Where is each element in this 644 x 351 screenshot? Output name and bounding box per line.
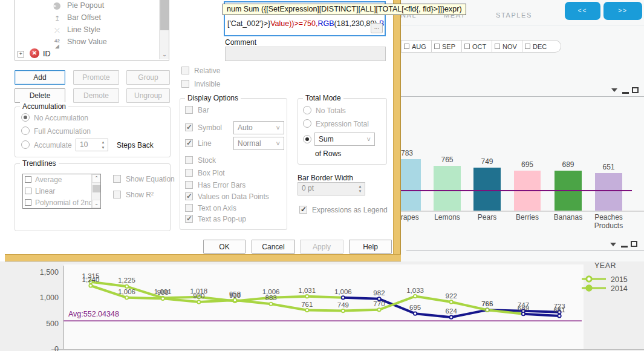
maximize-icon[interactable] xyxy=(631,241,637,247)
tree-item-line-style[interactable]: ⤫ Line Style xyxy=(15,24,169,36)
tab-staples[interactable]: STAPLES xyxy=(496,11,532,19)
steps-back-stepper[interactable]: 10 ▲ ▼ xyxy=(76,139,108,151)
box-plot-checkbox[interactable] xyxy=(185,169,193,177)
data-point[interactable] xyxy=(342,309,345,312)
scrollbar-thumb[interactable] xyxy=(160,0,169,30)
data-point[interactable] xyxy=(450,315,453,318)
expressions-as-legend-checkbox[interactable] xyxy=(299,206,307,214)
data-point[interactable] xyxy=(342,296,345,299)
bar-peaches-products[interactable] xyxy=(595,173,622,211)
total-function-dropdown[interactable]: Sum xyxy=(314,133,375,146)
group-button[interactable]: Group xyxy=(126,70,170,85)
relative-checkbox[interactable] xyxy=(181,67,189,74)
bar-lemons[interactable] xyxy=(434,166,461,211)
spin-up-icon[interactable]: ▲ xyxy=(100,140,106,145)
legend-label-2014[interactable]: 2014 xyxy=(611,284,628,293)
tree-scrollbar[interactable]: ⌄ xyxy=(159,0,169,59)
spin-up-icon[interactable]: ▲ xyxy=(357,184,363,189)
line-style-icon: ⤫ xyxy=(53,26,62,34)
trendline-average[interactable]: Average xyxy=(23,174,100,186)
month-item-aug[interactable]: AUG xyxy=(401,40,431,53)
data-point[interactable] xyxy=(305,309,308,312)
month-item-oct[interactable]: OCT xyxy=(461,40,492,53)
expression-more-button[interactable]: ... xyxy=(371,23,383,33)
promote-button[interactable]: Promote xyxy=(73,70,119,85)
expression-total-radio[interactable] xyxy=(303,119,311,128)
bar-border-width-stepper[interactable]: 0 pt ▲ ▼ xyxy=(298,182,365,195)
minimize-icon[interactable] xyxy=(622,92,629,94)
ok-button[interactable]: OK xyxy=(203,240,246,254)
scroll-down-icon[interactable]: ⌄ xyxy=(160,50,169,59)
bar-pears[interactable] xyxy=(473,168,501,211)
scroll-down-icon[interactable]: ⌄ xyxy=(92,200,101,208)
tree-item-pie-popout[interactable]: Pie Popout xyxy=(15,0,169,12)
data-point[interactable] xyxy=(486,309,489,312)
data-point[interactable] xyxy=(414,295,417,298)
delete-button[interactable]: Delete xyxy=(15,88,65,103)
no-accumulation-radio[interactable] xyxy=(21,113,30,122)
show-r2-checkbox[interactable] xyxy=(113,191,121,198)
show-equation-checkbox[interactable] xyxy=(113,175,121,183)
invisible-checkbox[interactable] xyxy=(181,80,189,88)
data-point[interactable] xyxy=(450,300,453,303)
stock-checkbox[interactable] xyxy=(185,156,193,164)
line-checkbox[interactable] xyxy=(185,139,193,147)
accumulate-radio[interactable] xyxy=(21,140,30,149)
legend-symbol-2015[interactable] xyxy=(587,277,591,281)
spin-down-icon[interactable]: ▼ xyxy=(357,189,363,194)
trendlines-scrollbar[interactable]: ⌃ ⌄ xyxy=(91,174,100,208)
trendline-linear[interactable]: Linear xyxy=(23,186,100,197)
data-point[interactable] xyxy=(414,312,417,315)
full-accumulation-radio[interactable] xyxy=(21,126,30,135)
values-on-data-points-checkbox[interactable] xyxy=(185,192,193,200)
spin-down-icon[interactable]: ▼ xyxy=(100,145,106,150)
month-item-dec[interactable]: DEC xyxy=(522,40,552,53)
tree-item-id[interactable]: ID xyxy=(43,50,51,58)
text-on-axis-checkbox[interactable] xyxy=(185,204,193,212)
data-point[interactable] xyxy=(233,298,236,301)
minimize-icon[interactable] xyxy=(621,246,628,248)
month-item-nov[interactable]: NOV xyxy=(492,40,522,53)
data-point[interactable] xyxy=(161,297,164,300)
maximize-icon[interactable] xyxy=(632,87,639,93)
symbol-checkbox[interactable] xyxy=(185,123,193,131)
scrollbar-thumb[interactable] xyxy=(93,185,100,192)
apply-button[interactable]: Apply xyxy=(300,240,343,254)
scroll-up-icon[interactable]: ⌃ xyxy=(92,174,101,183)
tree-item-bar-offset[interactable]: ↥ Bar Offset xyxy=(15,12,169,24)
ungroup-button[interactable]: Ungroup xyxy=(126,88,170,103)
bar-checkbox[interactable] xyxy=(185,106,193,114)
data-point[interactable] xyxy=(305,295,308,298)
has-error-bars-checkbox[interactable] xyxy=(185,181,193,189)
trendline-polynomial2[interactable]: Polynomial of 2nd d xyxy=(23,197,100,209)
add-button[interactable]: Add xyxy=(15,70,65,85)
checkbox-icon xyxy=(464,44,470,49)
legend-label-2015[interactable]: 2015 xyxy=(611,275,628,284)
demote-button[interactable]: Demote xyxy=(73,88,119,103)
help-button[interactable]: Help xyxy=(349,240,392,254)
text-as-popup-checkbox[interactable] xyxy=(185,215,193,223)
prev-button[interactable]: << xyxy=(565,2,600,20)
tree-item-show-value[interactable]: 42◢ Show Value xyxy=(15,36,169,48)
symbol-dropdown[interactable]: Auto xyxy=(233,121,284,134)
screen: NAL MEAT STAPLES << >> AUG SEP OCT NOV D… xyxy=(0,0,644,351)
data-point[interactable] xyxy=(522,312,525,315)
data-point[interactable] xyxy=(269,303,272,306)
no-totals-radio[interactable] xyxy=(303,106,311,114)
cancel-button[interactable]: Cancel xyxy=(252,240,295,254)
chart-menu-caret-icon[interactable] xyxy=(610,243,616,246)
chart-menu-caret-icon[interactable] xyxy=(611,88,617,92)
data-point[interactable] xyxy=(125,296,128,299)
month-item-sep[interactable]: SEP xyxy=(431,40,461,53)
data-point[interactable] xyxy=(197,300,200,303)
legend-symbol-2014[interactable] xyxy=(587,286,591,290)
sum-of-rows-radio[interactable] xyxy=(303,135,311,143)
data-point[interactable] xyxy=(89,284,92,287)
next-button[interactable]: >> xyxy=(603,2,642,20)
data-point[interactable] xyxy=(377,308,380,311)
line-dropdown[interactable]: Normal xyxy=(233,137,284,150)
tree-expander-icon[interactable]: + xyxy=(18,51,24,57)
data-point[interactable] xyxy=(558,314,561,317)
line-chart[interactable]: 1,5001,00050001,3151,2251,0011,0189381,0… xyxy=(0,257,644,351)
comment-input[interactable] xyxy=(225,47,386,61)
